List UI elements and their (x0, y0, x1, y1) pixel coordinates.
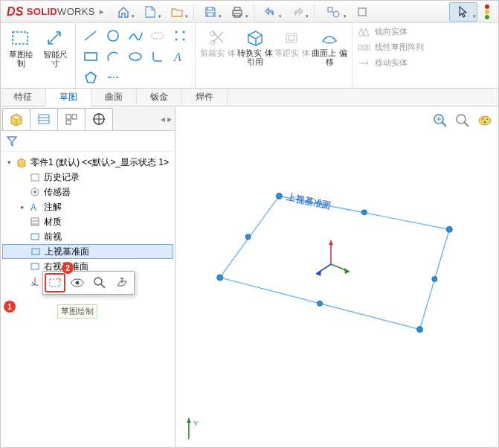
context-tooltip: 草图绘制 (57, 304, 97, 319)
svg-rect-35 (31, 174, 39, 181)
home-button[interactable]: ▾ (111, 2, 136, 22)
panel-tab-dimxpert[interactable] (85, 108, 113, 130)
svg-rect-29 (66, 115, 71, 119)
svg-rect-24 (363, 45, 366, 50)
mirror-entities-button[interactable]: 镜向实体 (357, 26, 424, 37)
svg-point-13 (183, 39, 185, 41)
redo-button[interactable]: ▾ (285, 2, 310, 22)
tree-top-plane[interactable]: 上视基准面 (2, 244, 173, 259)
plane-mid-handle[interactable] (318, 301, 323, 306)
surface-offset-label: 曲面上 偏移 (312, 48, 347, 66)
text-tool[interactable]: A (170, 47, 190, 66)
tree-history[interactable]: 历史记录 (2, 170, 173, 185)
context-normal-to-button[interactable] (112, 273, 132, 292)
plane-handle[interactable] (446, 226, 452, 232)
tree-root[interactable]: ▾零件1 (默认) <<默认>_显示状态 1> (2, 155, 173, 170)
svg-rect-9 (152, 33, 164, 39)
linear-pattern-button[interactable]: 线性草图阵列 (357, 42, 424, 53)
panel-tab-config[interactable] (57, 108, 86, 130)
svg-marker-71 (187, 418, 191, 423)
origin-triad (316, 240, 350, 276)
ellipse-tool[interactable] (125, 47, 146, 66)
callout-badge-1: 1 (4, 301, 16, 313)
print-button[interactable]: ▾ (225, 2, 250, 22)
plane-handle[interactable] (276, 193, 282, 199)
tree-annotations[interactable]: ▸A注解 (2, 199, 173, 214)
context-sketch-button[interactable] (45, 273, 65, 292)
convert-label: 转换实 体引用 (237, 48, 273, 66)
ribbon: 草图绘 制 智能尺 寸 A 剪裁实 体 转换实 体引 (1, 23, 498, 89)
svg-point-50 (76, 281, 80, 285)
trim-label: 剪裁实 体 (200, 48, 235, 57)
open-button[interactable]: ▾ (164, 2, 190, 22)
tab-surface[interactable]: 曲面 (91, 89, 137, 106)
status-traffic-icon (482, 2, 492, 22)
panel-tab-feature-tree[interactable] (2, 108, 30, 130)
tree-front-label: 前视 (44, 231, 62, 243)
svg-rect-5 (358, 8, 366, 16)
undo-button[interactable]: ▾ (258, 2, 283, 22)
plane-handle[interactable] (416, 327, 422, 333)
select-cursor-button[interactable]: ▾ (449, 2, 477, 22)
plane-outline (220, 196, 450, 329)
tab-sketch[interactable]: 草图 (46, 89, 91, 106)
panel-tab-property[interactable] (30, 108, 58, 130)
svg-point-10 (176, 31, 178, 33)
rebuild-button[interactable] (350, 2, 375, 22)
offset-entities-button[interactable]: 等距实 体 (274, 26, 310, 85)
plane-mid-handle[interactable] (245, 234, 251, 240)
qat-separator (254, 4, 254, 20)
svg-marker-67 (329, 240, 333, 245)
smart-dimension-button[interactable]: 智能尺 寸 (39, 26, 71, 85)
plane-mid-handle[interactable] (361, 210, 367, 215)
viewport-svg: 上视基准面 Y (176, 107, 498, 446)
logo-dropdown-icon[interactable]: ▸ (100, 7, 103, 16)
graphics-area[interactable]: 上视基准面 Y (176, 107, 498, 447)
tab-features[interactable]: 特征 (1, 89, 46, 106)
plane-mid-handle[interactable] (432, 276, 437, 281)
tree-sensors[interactable]: 传感器 (2, 185, 173, 199)
svg-rect-21 (286, 33, 297, 42)
tree-front-plane[interactable]: 前视 (2, 229, 173, 244)
qat-separator (314, 4, 315, 20)
move-entities-button[interactable]: 移动实体 (357, 57, 424, 68)
tab-weldment[interactable]: 焊件 (182, 89, 228, 106)
logo-works: WORKS (57, 6, 95, 17)
tree-annotations-label: 注解 (44, 201, 62, 214)
svg-point-12 (176, 39, 178, 41)
new-button[interactable]: ▾ (138, 2, 163, 22)
slot-tool[interactable] (147, 26, 168, 45)
tab-sheetmetal[interactable]: 钣金 (137, 89, 182, 106)
circle-tool[interactable] (103, 26, 123, 45)
polygon-tool[interactable] (80, 68, 101, 87)
rectangle-tool[interactable] (80, 47, 101, 66)
arc-tool[interactable] (103, 47, 123, 66)
selection-filter-button[interactable]: ▾ (318, 2, 348, 22)
offset-on-surface-button[interactable]: 曲面上 偏移 (312, 26, 347, 85)
point-tool[interactable] (170, 26, 190, 45)
svg-rect-23 (358, 45, 361, 50)
tree-material-label: 材质 (44, 216, 62, 228)
trim-entities-button[interactable]: 剪裁实 体 (200, 26, 236, 85)
svg-line-47 (32, 282, 35, 285)
svg-rect-26 (39, 115, 49, 124)
svg-line-7 (85, 31, 96, 40)
svg-point-4 (333, 11, 339, 17)
sketch-button[interactable]: 草图绘 制 (5, 26, 36, 85)
spline-tool[interactable] (125, 26, 146, 45)
svg-rect-22 (289, 36, 294, 40)
tree-material[interactable]: 材质 (2, 214, 173, 229)
save-button[interactable]: ▾ (198, 2, 223, 22)
line-tool[interactable] (80, 26, 101, 45)
context-zoom-button[interactable] (89, 273, 110, 292)
centerline-tool[interactable] (103, 68, 123, 87)
panel-nav-arrows[interactable]: ◂ ▸ (161, 114, 175, 124)
plane-handle[interactable] (217, 275, 223, 281)
context-show-button[interactable] (67, 273, 88, 292)
convert-entities-button[interactable]: 转换实 体引用 (237, 26, 273, 85)
fillet-tool[interactable] (147, 47, 168, 66)
svg-point-8 (108, 31, 118, 41)
move-label: 移动实体 (375, 57, 408, 68)
sketch-button-label: 草图绘 制 (9, 50, 33, 68)
filter-icon[interactable] (5, 135, 19, 148)
